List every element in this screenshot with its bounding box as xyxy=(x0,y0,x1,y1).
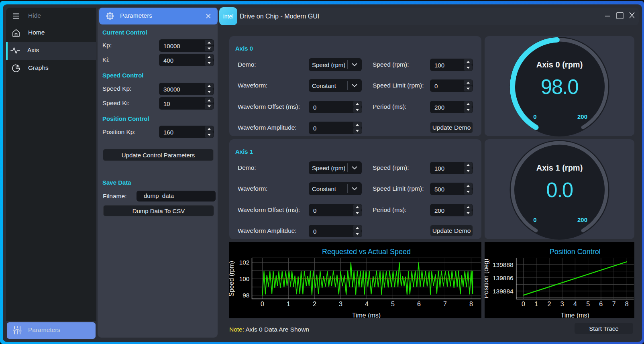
svg-text:0.0: 0.0 xyxy=(546,179,573,202)
svg-text:139886: 139886 xyxy=(493,275,514,281)
svg-text:200: 200 xyxy=(577,113,587,120)
svg-text:3: 3 xyxy=(339,301,342,307)
svg-text:0: 0 xyxy=(261,301,264,307)
svg-text:6: 6 xyxy=(417,301,421,307)
svg-text:Position Control: Position Control xyxy=(550,248,601,256)
svg-text:2: 2 xyxy=(547,301,551,307)
svg-text:3: 3 xyxy=(560,301,564,307)
svg-text:5: 5 xyxy=(586,301,590,307)
svg-text:100: 100 xyxy=(239,275,250,282)
svg-text:6: 6 xyxy=(599,301,603,307)
svg-text:Position (deg): Position (deg) xyxy=(485,259,489,298)
svg-text:Time (ms): Time (ms) xyxy=(352,312,381,318)
svg-text:7: 7 xyxy=(612,301,616,307)
svg-text:8: 8 xyxy=(625,301,629,307)
svg-text:1: 1 xyxy=(534,301,538,307)
svg-text:139884: 139884 xyxy=(493,288,514,295)
svg-text:102: 102 xyxy=(239,259,250,266)
svg-text:0: 0 xyxy=(522,301,525,307)
svg-text:7: 7 xyxy=(443,301,447,307)
svg-text:4: 4 xyxy=(365,301,369,307)
svg-text:200: 200 xyxy=(577,216,587,223)
svg-text:1: 1 xyxy=(287,301,290,307)
svg-text:8: 8 xyxy=(469,301,473,307)
svg-text:0: 0 xyxy=(533,216,536,223)
svg-text:Requested vs Actual Speed: Requested vs Actual Speed xyxy=(322,248,411,256)
svg-text:Speed (rpm): Speed (rpm) xyxy=(229,261,235,297)
svg-text:98: 98 xyxy=(243,292,249,299)
svg-text:139888: 139888 xyxy=(493,261,514,268)
svg-text:2: 2 xyxy=(313,301,316,307)
svg-text:Time (ms): Time (ms) xyxy=(561,312,589,318)
svg-text:98.0: 98.0 xyxy=(541,75,578,98)
svg-text:Axis 1 (rpm): Axis 1 (rpm) xyxy=(536,163,583,172)
svg-text:Axis 0 (rpm): Axis 0 (rpm) xyxy=(536,60,583,69)
svg-text:0: 0 xyxy=(533,113,536,120)
svg-text:5: 5 xyxy=(391,301,395,307)
svg-text:4: 4 xyxy=(573,301,577,307)
